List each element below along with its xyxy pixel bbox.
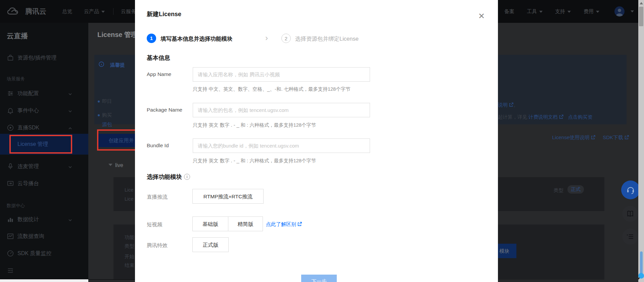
external-link-icon [297, 221, 302, 226]
sdk-download-link[interactable]: SDK下载 [603, 134, 623, 140]
chevron-down-icon [68, 217, 72, 221]
live-push-option-button[interactable]: RTMP推流+RTC推流 [192, 189, 264, 204]
page-links: License使用说明 SDK下载 [535, 134, 629, 141]
card-text-fragment: Lice [125, 187, 134, 193]
short-video-basic-button[interactable]: 基础版 [192, 216, 228, 231]
sidebar-item-feature-config[interactable]: 功能配置 [0, 87, 88, 100]
type-badge: 正式 [567, 185, 584, 194]
customer-service-fab[interactable] [621, 180, 640, 199]
nav-item-billing-label: 费用 [584, 8, 594, 14]
notice-bullet-2: 购买 [102, 112, 112, 118]
sidebar-item-resource-packages[interactable]: 资源包/插件管理 [0, 51, 88, 65]
notice-text: 。 [513, 102, 518, 108]
bottom-strip [88, 279, 135, 280]
nav-item-services[interactable]: 云服务 [121, 0, 136, 23]
chevron-up-icon [68, 126, 72, 130]
short-video-label: 短视频 [147, 221, 163, 228]
sidebar-item-sdk-quality[interactable]: SDK 质量监控 [0, 247, 88, 260]
nav-item-support-label: 支持 [555, 8, 565, 14]
sidebar-item-stream-query[interactable]: 流数据查询 [0, 230, 88, 243]
nav-item-beian[interactable]: 备案 [504, 0, 514, 23]
headset-icon [626, 185, 636, 195]
next-step-button[interactable]: 下一步 [301, 275, 337, 282]
card-text-fragment: 类型 [125, 243, 134, 249]
notice-bullet-text: 购买 [102, 112, 112, 118]
sidebar-item-data-stats[interactable]: 数据统计 [0, 213, 88, 226]
nav-item-tools-label: 工具 [527, 8, 537, 14]
bar-chart-icon [7, 216, 14, 223]
bullet-dot [98, 100, 100, 103]
sidebar-section-scene: 场景服务 [7, 76, 25, 82]
scrollbar-up-arrow[interactable] [640, 2, 643, 4]
sidebar-item-live-sdk[interactable]: 直播SDK [0, 121, 88, 134]
chevron-down-icon [68, 164, 72, 168]
info-icon [99, 62, 104, 67]
scrollbar-down-arrow[interactable] [637, 278, 640, 280]
billing-doc-link[interactable]: 计费说明文档 [528, 114, 558, 120]
notice-right-line2: 起计算，详见 计费说明文档 点击购买资 [498, 114, 593, 120]
docs-fab[interactable] [622, 206, 638, 222]
bundle-id-label: Bundle Id [147, 143, 169, 149]
sidebar-collapse-button[interactable] [0, 264, 88, 277]
gauge-icon [7, 250, 14, 257]
card-text-fragment: 功能 [125, 234, 134, 241]
caret-down-icon [539, 11, 543, 13]
sidebar-item-mic-management[interactable]: 连麦管理 [0, 160, 88, 173]
sidebar-item-label: 数据统计 [17, 216, 39, 223]
sidebar-item-event-center[interactable]: 事件中心 [0, 104, 88, 117]
nav-item-billing[interactable]: 费用 [584, 0, 599, 23]
bind-module-button[interactable]: 模块 [498, 244, 516, 258]
step-2-circle: 2 [281, 34, 291, 43]
tencent-cloud-logo-icon[interactable] [7, 7, 21, 16]
scrollbar-thumb[interactable] [639, 7, 643, 26]
avatar[interactable] [614, 6, 625, 16]
compare-link[interactable]: 点此了解区别 [266, 221, 302, 228]
step-1-circle: 1 [147, 34, 156, 43]
bind-module-button-label: 模块 [499, 248, 509, 254]
survey-fab[interactable] [622, 229, 638, 245]
nav-item-support[interactable]: 支持 [555, 0, 571, 23]
notice-link[interactable]: 说明 [498, 102, 508, 108]
nav-item-products-label: 云产品 [84, 8, 99, 14]
short-video-lite-button[interactable]: 精简版 [228, 216, 263, 231]
nav-item-products[interactable]: 云产品 [84, 0, 105, 23]
live-group-toggle[interactable]: live [108, 162, 123, 168]
card-text-fragment: Lice [125, 196, 134, 202]
modules-heading: 选择功能模块i [147, 173, 190, 181]
bundle-id-input[interactable] [193, 138, 370, 153]
sidebar-product-title: 云直播 [7, 31, 28, 41]
sidebar-item-label: 资源包/插件管理 [17, 54, 56, 62]
package-name-input[interactable] [193, 103, 370, 117]
sidebar-section-data: 数据中心 [7, 203, 25, 209]
external-link-icon [559, 115, 563, 119]
app-name-input[interactable] [193, 67, 370, 82]
chevron-down-icon [68, 109, 72, 113]
sidebar-item-cloud-director[interactable]: 云导播台 [0, 177, 88, 190]
triangle-down-icon [108, 164, 112, 166]
nav-divider [113, 8, 113, 15]
caret-down-icon[interactable] [631, 10, 634, 12]
tencent-cloud-logo-text[interactable]: 腾讯云 [25, 0, 46, 23]
caret-down-icon [596, 11, 599, 13]
step-2-label: 选择资源包并绑定License [295, 35, 359, 43]
new-license-modal: 新建License ✕ 1 填写基本信息并选择功能模块 › 2 选择资源包并绑定… [135, 0, 498, 282]
mic-icon [7, 163, 14, 170]
collapse-menu-icon [7, 267, 14, 274]
notice-text: 起计算，详见 [498, 114, 527, 120]
horizontal-scrollbar[interactable] [0, 279, 88, 282]
notice-bullet-2-link[interactable]: 源包 [102, 121, 112, 128]
nav-item-tools[interactable]: 工具 [527, 0, 543, 23]
info-icon[interactable]: i [184, 174, 190, 180]
license-usage-link[interactable]: License使用说明 [552, 134, 590, 140]
nav-item-overview[interactable]: 总览 [62, 0, 72, 23]
line-chart-icon [7, 233, 14, 240]
close-icon[interactable]: ✕ [478, 11, 485, 21]
buy-resource-link[interactable]: 点击购买资 [568, 114, 593, 120]
page-title: License 管理 [97, 30, 138, 39]
bundle-id-helper: 只支持 英文 数字 . - _ 和 : 六种格式，最多支持128个字节 [193, 158, 316, 164]
vertical-scrollbar[interactable] [638, 0, 644, 282]
compare-link-label: 点此了解区别 [266, 221, 296, 227]
card-text-fragment: 结束 [125, 262, 134, 269]
external-link-icon [625, 135, 629, 139]
effects-option-button[interactable]: 正式版 [192, 237, 229, 252]
